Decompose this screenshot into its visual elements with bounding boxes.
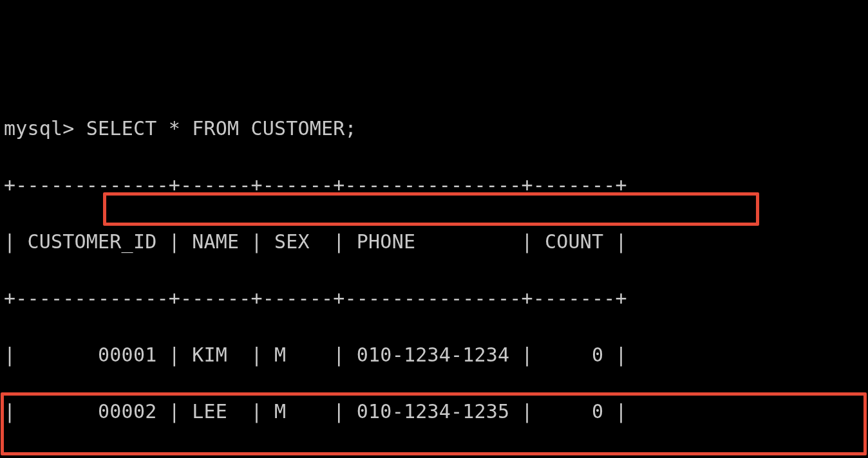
table-row: | 00002 | LEE | M | 010-1234-1235 | 0 |: [4, 398, 868, 426]
table-row: | 00001 | KIM | M | 010-1234-1234 | 0 |: [4, 341, 868, 369]
table-header: | CUSTOMER_ID | NAME | SEX | PHONE | COU…: [4, 228, 868, 256]
table-border-mid: +-------------+------+------+-----------…: [4, 284, 868, 313]
table-row: | 00003 | KANG | M | 010-2123-1234 | 0 |: [4, 454, 868, 458]
table-border-top: +-------------+------+------+-----------…: [4, 171, 868, 199]
sql-query: SELECT * FROM CUSTOMER;: [86, 117, 357, 140]
query-line-1: mysql> SELECT * FROM CUSTOMER;: [4, 114, 868, 143]
mysql-prompt: mysql>: [4, 117, 75, 140]
